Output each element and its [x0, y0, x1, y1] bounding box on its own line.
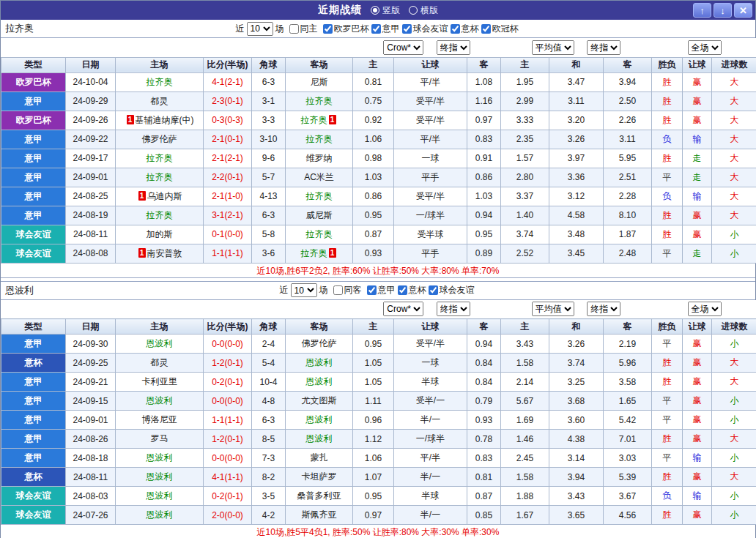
asian-odds-company-select[interactable]: Crow*	[383, 302, 423, 316]
result-goals: 大	[712, 187, 756, 206]
league-filter-checkbox[interactable]: 意甲	[371, 23, 400, 35]
euro-odds-time-select[interactable]: 终指	[587, 302, 620, 316]
same-venue-checkbox[interactable]: 同主	[289, 23, 318, 35]
away-team-name[interactable]: 维罗纳	[306, 153, 333, 163]
team-name[interactable]: 拉齐奥	[5, 22, 34, 35]
away-team-name[interactable]: 尤文图斯	[302, 395, 337, 406]
league-filter-checkbox[interactable]: 欧冠杯	[481, 23, 519, 35]
recent-count-select[interactable]: 10	[247, 22, 273, 36]
home-team-name[interactable]: 罗马	[151, 433, 168, 444]
view-option-horizontal[interactable]: 横版	[409, 4, 438, 17]
home-team-name[interactable]: 拉齐奥	[147, 172, 173, 182]
away-team-name[interactable]: 尼斯	[311, 77, 328, 87]
home-team-name[interactable]: 恩波利	[147, 490, 173, 501]
league-filter-checkbox-input[interactable]	[323, 24, 333, 34]
home-team-cell: 1恩波利	[116, 392, 204, 411]
score: 0-1(0-0)	[204, 225, 252, 244]
match-date: 24-09-30	[66, 335, 116, 354]
away-team-name[interactable]: 拉齐奥	[306, 191, 333, 201]
euro-odds-company-select[interactable]: 平均值	[532, 40, 574, 55]
asian-away-odds: 0.91	[467, 149, 501, 168]
result-outcome: 平	[652, 411, 683, 430]
same-venue-checkbox-input[interactable]	[289, 24, 299, 34]
league-filter-checkbox[interactable]: 球会友谊	[402, 23, 448, 35]
away-team-name[interactable]: 斯佩齐亚	[302, 509, 337, 520]
home-team-name[interactable]: 恩波利	[147, 471, 173, 482]
move-down-button[interactable]: ↓	[714, 3, 732, 18]
away-team-cell: 恩波利1	[286, 411, 353, 430]
asian-handicap: 半/一	[394, 411, 467, 430]
home-team-name[interactable]: 基辅迪纳摩(中)	[136, 115, 194, 125]
away-team-name[interactable]: 拉齐奥	[306, 134, 333, 144]
view-option-vertical[interactable]: 竖版	[371, 4, 400, 17]
close-button[interactable]: ✕	[734, 3, 752, 18]
result-handicap: 赢	[683, 506, 712, 525]
asian-odds-time-select[interactable]: 终指	[437, 40, 470, 55]
corners: 8-2	[252, 468, 286, 487]
away-team-name[interactable]: 佛罗伦萨	[302, 338, 337, 348]
league-filter-checkbox-input[interactable]	[398, 285, 407, 295]
away-team-name[interactable]: 卡坦萨罗	[302, 471, 337, 482]
asian-odds-time-select[interactable]: 终指	[437, 302, 470, 316]
league-filter-checkbox-input[interactable]	[402, 24, 412, 34]
league-filter-checkbox-input[interactable]	[451, 24, 460, 34]
away-team-name[interactable]: 桑普多利亚	[297, 490, 341, 501]
same-venue-checkbox-input[interactable]	[333, 285, 343, 295]
result-handicap: 走	[683, 168, 712, 187]
away-team-name[interactable]: 恩波利	[306, 357, 333, 367]
scope-select[interactable]: 全场	[688, 40, 722, 55]
team-name[interactable]: 恩波利	[5, 284, 34, 297]
scope-select[interactable]: 全场	[688, 302, 722, 316]
away-team-name[interactable]: AC米兰	[304, 172, 334, 182]
euro-home-odds: 3.74	[501, 225, 549, 244]
league-filter-checkbox[interactable]: 欧罗巴杯	[323, 23, 369, 35]
league-filter-checkbox-input[interactable]	[367, 285, 377, 295]
away-team-name[interactable]: 拉齐奥	[306, 96, 333, 106]
away-team-name[interactable]: 拉齐奥	[306, 229, 333, 239]
league-filter-checkbox[interactable]: 意杯	[451, 23, 479, 35]
recent-count-select[interactable]: 10	[291, 283, 317, 297]
home-team-name[interactable]: 都灵	[151, 96, 168, 106]
asian-odds-company-select[interactable]: Crow*	[383, 40, 423, 55]
league-filter-checkbox-input[interactable]	[481, 24, 491, 34]
league-filter-checkbox[interactable]: 意甲	[367, 284, 396, 296]
home-team-name[interactable]: 南安普敦	[147, 248, 182, 258]
home-team-name[interactable]: 都灵	[151, 357, 168, 367]
home-team-name[interactable]: 拉齐奥	[147, 77, 173, 87]
away-team-name[interactable]: 威尼斯	[306, 210, 333, 220]
euro-odds-time-select[interactable]: 终指	[587, 40, 620, 55]
away-team-name[interactable]: 恩波利	[306, 376, 333, 386]
home-team-name[interactable]: 恩波利	[147, 395, 173, 406]
away-team-name[interactable]: 恩波利	[306, 433, 333, 444]
result-handicap: 赢	[683, 335, 712, 354]
home-team-name[interactable]: 恩波利	[147, 452, 173, 463]
league-filter-label: 意杯	[409, 284, 426, 296]
home-team-name[interactable]: 佛罗伦萨	[142, 134, 177, 144]
away-team-name[interactable]: 恩波利	[306, 414, 333, 425]
home-team-name[interactable]: 恩波利	[147, 338, 173, 348]
result-outcome: 胜	[652, 91, 683, 111]
away-team-name[interactable]: 拉齐奥	[301, 248, 327, 258]
same-venue-checkbox[interactable]: 同客	[333, 284, 362, 296]
away-team-name[interactable]: 蒙扎	[311, 452, 328, 463]
euro-odds-company-select[interactable]: 平均值	[532, 302, 574, 316]
home-team-name[interactable]: 拉齐奥	[147, 210, 173, 220]
league-filter-checkbox[interactable]: 意杯	[398, 284, 426, 296]
home-team-name[interactable]: 乌迪内斯	[147, 191, 182, 201]
result-handicap: 走	[683, 149, 712, 168]
home-team-name[interactable]: 恩波利	[147, 509, 173, 520]
euro-home-odds: 1.67	[501, 506, 549, 525]
league-filter-checkbox-input[interactable]	[371, 24, 381, 34]
home-team-name[interactable]: 加的斯	[147, 229, 173, 239]
league-filter-checkbox[interactable]: 球会友谊	[429, 284, 475, 296]
move-up-button[interactable]: ↑	[693, 3, 711, 18]
away-team-cell: 恩波利1	[286, 373, 353, 392]
result-goals: 大	[712, 168, 756, 187]
league-filter-checkbox-input[interactable]	[429, 285, 438, 295]
home-team-name[interactable]: 卡利亚里	[142, 376, 177, 386]
away-team-cell: 拉齐奥1	[286, 244, 353, 263]
home-team-name[interactable]: 拉齐奥	[147, 153, 173, 163]
home-team-name[interactable]: 博洛尼亚	[142, 414, 177, 425]
asian-handicap: 一球	[394, 149, 467, 168]
away-team-name[interactable]: 拉齐奥	[301, 115, 327, 125]
